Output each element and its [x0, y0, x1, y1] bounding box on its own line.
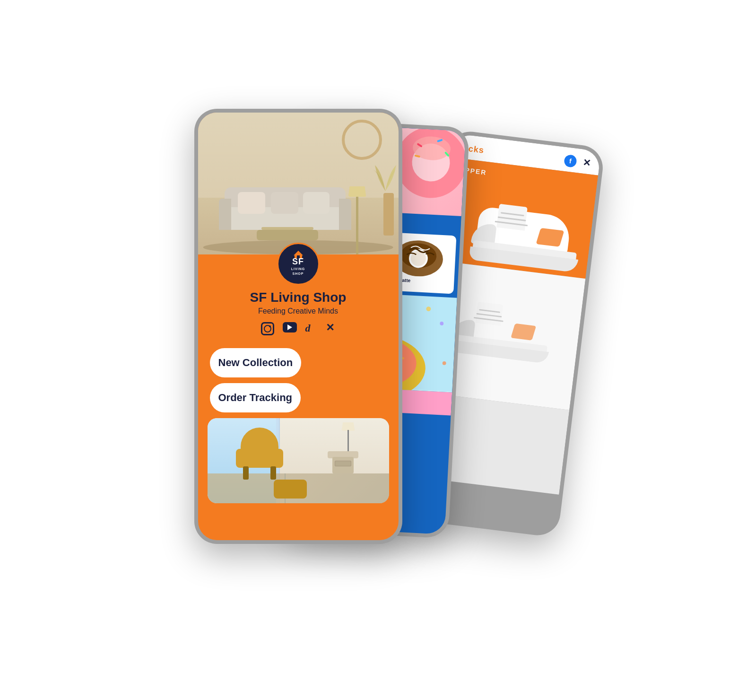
coffee-table [257, 230, 318, 240]
living-card-wrapper: SF LIVINGSHOP SF Living Shop Feeding Cre… [194, 109, 402, 544]
social-icons-row: d ✕ [261, 322, 336, 335]
tiktok-icon[interactable]: d [305, 322, 316, 334]
house-icon [293, 250, 304, 259]
shop-name-heading: SF Living Shop [250, 290, 347, 305]
living-hero-image [198, 113, 399, 254]
youtube-icon[interactable] [283, 322, 297, 332]
ottoman [274, 480, 307, 499]
wall-decor-circle [342, 120, 382, 160]
order-tracking-button[interactable]: Order Tracking [210, 383, 301, 412]
sofa-arm-right [339, 199, 351, 230]
x-icon: ✕ [580, 156, 593, 169]
svg-rect-41 [297, 255, 300, 258]
living-card: SF LIVINGSHOP SF Living Shop Feeding Cre… [198, 113, 399, 540]
pillow-1 [238, 192, 265, 214]
living-bottom-image [208, 418, 389, 503]
living-logo-section: SF LIVINGSHOP SF Living Shop Feeding Cre… [198, 254, 399, 342]
sofa [219, 184, 351, 240]
x-twitter-icon[interactable]: ✕ [324, 322, 336, 333]
lamp-pole [356, 193, 358, 254]
sneaker-illustration [469, 199, 589, 273]
vase [383, 193, 394, 236]
plant [373, 160, 399, 195]
main-scene: Kicks f ✕ RIPPER [156, 90, 582, 610]
sofa-arm-left [219, 199, 231, 230]
shop-tagline: Feeding Creative Minds [258, 307, 338, 315]
facebook-icon: f [563, 154, 577, 168]
pillow-3 [303, 192, 330, 214]
pillow-2 [271, 192, 298, 214]
kicks-social-icons: f ✕ [563, 154, 593, 170]
chair-scene [208, 418, 389, 503]
instagram-icon[interactable] [261, 322, 274, 335]
coffee-table-legs [261, 227, 313, 230]
kicks-shoe-display [443, 293, 564, 377]
brand-logo: SF LIVINGSHOP [277, 243, 320, 285]
logo-living-text: LIVINGSHOP [291, 267, 305, 275]
new-collection-button[interactable]: New Collection [210, 348, 302, 377]
sneaker-stripe [536, 228, 564, 247]
